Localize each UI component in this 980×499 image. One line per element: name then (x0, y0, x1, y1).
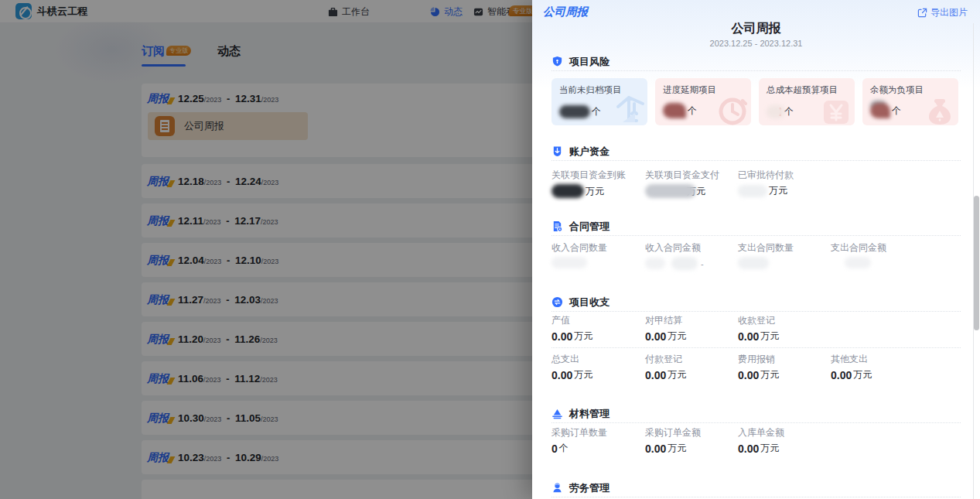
risk-card-delayed: 进度延期项目 个 (655, 78, 751, 125)
redacted-value (738, 257, 769, 269)
redacted-value (645, 258, 665, 269)
redacted-value (559, 105, 590, 118)
stat-expense-contract-count: 支出合同数量 (738, 241, 829, 269)
stat-inbound-amount: 入库单金额 0.00万元 (738, 426, 829, 455)
risk-unit: 个 (688, 104, 697, 118)
stat-receipt-register: 收款登记 0.00万元 (738, 314, 829, 343)
risk-unit: 个 (592, 105, 601, 118)
risk-card-unarchived: 当前未归档项目 个 (551, 78, 647, 125)
redacted-value (645, 184, 696, 198)
risk-unit: 个 (892, 104, 901, 118)
stat-output-value: 产值 0.00万元 (551, 314, 643, 343)
stat-income-contract-count: 收入合同数量 (551, 241, 643, 268)
risk-card-negative-balance: 余额为负项目 个 (862, 78, 958, 125)
section-contract-management: 合同管理 (551, 217, 961, 236)
stat-funds-paid: 关联项目资金支付 万元 (645, 169, 736, 198)
divider (551, 347, 961, 348)
redacted-value (551, 184, 584, 198)
export-icon (917, 8, 927, 18)
app-window: 斗栱云工程 工作台 动态 智能看板 专业版 订阅专业版 动态 周报 12.25/… (0, 0, 980, 499)
section-title: 合同管理 (569, 220, 610, 234)
redacted-value (671, 257, 698, 270)
modal-backdrop[interactable] (0, 0, 532, 499)
stat-payment-register: 付款登记 0.00万元 (645, 353, 736, 381)
moneybag-icon (923, 94, 957, 125)
report-title: 公司周报 (532, 21, 980, 37)
stat-income-contract-amount: 收入合同金额 - (645, 241, 736, 270)
stat-owner-settlement: 对甲结算 0.00万元 (645, 314, 736, 343)
stat-total-expense: 总支出 0.00万元 (551, 353, 643, 381)
section-title: 账户资金 (569, 145, 610, 159)
redacted-value (738, 185, 767, 197)
report-date-range: 2023.12.25 - 2023.12.31 (532, 39, 980, 48)
risk-card-over-budget: 总成本超预算项目 个 (759, 78, 855, 125)
section-title: 项目收支 (569, 296, 610, 309)
redacted-value (845, 257, 871, 268)
yuan-icon (819, 94, 853, 125)
redacted-value (870, 103, 890, 118)
scrollbar-thumb[interactable] (974, 196, 979, 330)
stat-purchase-order-amount: 采购订单金额 0.00万元 (645, 426, 736, 455)
crane-icon (609, 91, 646, 125)
stat-funds-received: 关联项目资金到账 万元 (551, 169, 643, 198)
exchange-icon (551, 296, 563, 308)
shield-icon (551, 56, 563, 67)
material-icon (551, 408, 563, 419)
redacted-value (767, 105, 785, 118)
stat-expense-reimbursement: 费用报销 0.00万元 (738, 353, 829, 381)
section-material-management: 材料管理 (551, 405, 961, 423)
company-report-drawer: 公司周报 导出图片 公司周报 2023.12.25 - 2023.12.31 项… (532, 0, 980, 499)
stat-other-expense: 其他支出 0.00万元 (831, 353, 922, 381)
section-labor-management: 劳务管理 (551, 479, 961, 497)
panel-brand-logo: 公司周报 (543, 5, 588, 19)
stat-approved-pending: 已审批待付款 万元 (738, 169, 829, 197)
stat-expense-contract-amount: 支出合同金额 (831, 241, 922, 268)
section-project-risk: 项目风险 (551, 53, 961, 71)
section-title: 材料管理 (569, 407, 610, 421)
section-title: 项目风险 (569, 55, 610, 69)
worker-icon (551, 482, 563, 494)
funds-icon (551, 145, 563, 157)
export-label: 导出图片 (930, 6, 968, 19)
dash: - (701, 259, 704, 268)
redacted-value (663, 103, 686, 118)
section-project-income-expense: 项目收支 (551, 293, 961, 312)
clock-icon (714, 93, 750, 125)
export-image-button[interactable]: 导出图片 (917, 6, 968, 19)
section-title: 劳务管理 (569, 481, 610, 495)
risk-unit: 个 (784, 105, 794, 118)
section-account-funds: 账户资金 (551, 142, 961, 161)
contract-icon (551, 220, 563, 232)
stat-purchase-order-count: 采购订单数量 0个 (551, 426, 643, 455)
redacted-value (551, 257, 587, 268)
